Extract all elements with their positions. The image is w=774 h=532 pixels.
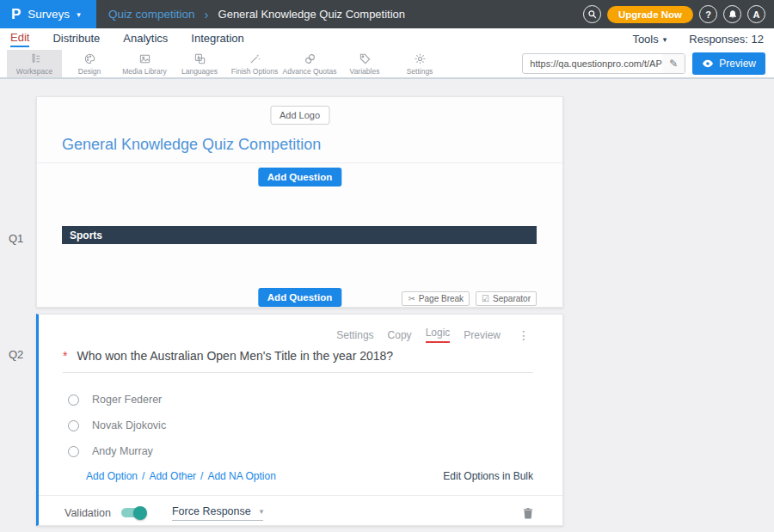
option-row: Novak Djokovic [68, 413, 166, 438]
toolbar-item-label: Workspace [16, 67, 52, 76]
validation-toggle[interactable] [121, 508, 144, 517]
survey-url-box: ✎ [522, 53, 685, 74]
help-button[interactable]: ? [699, 5, 717, 23]
required-asterisk: * [63, 349, 67, 363]
question-card-q2: Settings Copy Logic Preview ⋮ * Who won … [36, 314, 563, 526]
add-question-button-top[interactable]: Add Question [258, 168, 341, 187]
radio-button[interactable] [68, 420, 79, 431]
questionpro-logo-icon: P [11, 6, 21, 23]
question-menu-copy[interactable]: Copy [388, 329, 412, 341]
tag-icon [359, 52, 372, 65]
preview-button[interactable]: Preview [692, 52, 765, 75]
page-break-button[interactable]: ✂ Page Break [402, 291, 470, 306]
validation-row: Validation Force Response ▾ [64, 501, 537, 524]
toolbar-item-languages[interactable]: Languages [172, 50, 227, 77]
preview-label: Preview [719, 58, 756, 70]
delete-question-button[interactable] [523, 507, 533, 519]
tools-menu[interactable]: Tools ▾ [632, 33, 666, 46]
tab-edit[interactable]: Edit [10, 31, 29, 47]
translate-icon [194, 52, 206, 65]
question-text[interactable]: Who won the Australian Open Men's Title … [77, 349, 393, 363]
question-number-q2: Q2 [9, 348, 23, 361]
question-mark-icon: ? [705, 9, 711, 20]
pencil-icon: ✎ [669, 58, 678, 70]
option-label[interactable]: Andy Murray [92, 445, 153, 457]
radio-button[interactable] [68, 394, 79, 406]
radio-button[interactable] [68, 446, 79, 457]
toolbar-item-settings[interactable]: Settings [392, 50, 447, 77]
toolbar-item-label: Advance Quotas [283, 67, 337, 76]
separator-button[interactable]: ☑ Separator [476, 291, 537, 306]
caret-down-icon: ▾ [77, 10, 81, 19]
question-menu-settings[interactable]: Settings [336, 329, 373, 341]
caret-down-icon: ▾ [260, 507, 264, 516]
avatar-initial: A [753, 9, 760, 20]
insert-controls: ✂ Page Break ☑ Separator [402, 291, 537, 306]
toolbar-item-label: Settings [407, 67, 433, 76]
image-icon [138, 52, 151, 65]
toolbar-item-media-library[interactable]: Media Library [117, 50, 172, 77]
eye-icon [702, 59, 714, 68]
product-menu[interactable]: P Surveys ▾ [0, 0, 96, 28]
divider [39, 495, 562, 496]
option-label[interactable]: Novak Djokovic [92, 419, 166, 431]
separator-label: Separator [493, 294, 531, 303]
question-input-underline [63, 372, 533, 373]
editor-toolbar: Workspace Design Media Library Languages… [0, 50, 774, 79]
toolbar-item-finish-options[interactable]: Finish Options [227, 50, 282, 77]
tools-label: Tools [632, 33, 658, 46]
add-logo-button[interactable]: Add Logo [270, 106, 329, 125]
edit-options-in-bulk-link[interactable]: Edit Options in Bulk [443, 470, 533, 482]
nav-right: Tools ▾ Responses: 12 [632, 33, 764, 46]
palette-icon [83, 52, 96, 65]
tab-integration[interactable]: Integration [191, 32, 243, 46]
section-header-q1[interactable]: Sports [62, 226, 537, 244]
slash-separator: / [142, 470, 144, 482]
bell-icon [728, 9, 738, 20]
tab-distribute[interactable]: Distribute [52, 32, 100, 46]
search-button[interactable] [583, 5, 601, 23]
add-question-button-bottom[interactable]: Add Question [258, 288, 341, 307]
toolbar-item-label: Design [78, 67, 101, 76]
question-menu-logic[interactable]: Logic [426, 327, 451, 343]
responses-link[interactable]: Responses: 12 [689, 33, 764, 46]
toolbar-item-advance-quotas[interactable]: Advance Quotas [282, 50, 337, 77]
toolbar-item-variables[interactable]: Variables [337, 50, 392, 77]
chevron-right-icon: › [205, 7, 209, 21]
survey-title[interactable]: General Knowledge Quiz Competition [62, 136, 321, 154]
question-menu-preview[interactable]: Preview [464, 329, 501, 341]
add-other-link[interactable]: Add Other [149, 470, 196, 482]
validation-type-value: Force Response [172, 505, 251, 517]
breadcrumb-current: General Knowledge Quiz Competition [218, 8, 406, 21]
toolbar-item-label: Languages [181, 67, 218, 76]
toolbar-item-label: Finish Options [231, 67, 278, 76]
add-na-option-link[interactable]: Add NA Option [207, 470, 275, 482]
gear-icon [414, 52, 427, 65]
more-options-icon[interactable]: ⋮ [518, 328, 530, 342]
option-links: Add Option / Add Other / Add NA Option [86, 470, 276, 482]
scissors-icon: ✂ [408, 294, 415, 303]
page-break-label: Page Break [419, 294, 464, 303]
toolbar-item-design[interactable]: Design [62, 50, 117, 77]
section-nav: Edit Distribute Analytics Integration To… [0, 28, 774, 50]
breadcrumb: Quiz competition › General Knowledge Qui… [108, 7, 405, 21]
breadcrumb-parent-link[interactable]: Quiz competition [108, 8, 195, 21]
option-label[interactable]: Roger Federer [92, 394, 162, 406]
topbar-actions: Upgrade Now ? A [583, 5, 765, 23]
edit-url-button[interactable]: ✎ [662, 53, 685, 74]
question-row: * Who won the Australian Open Men's Titl… [63, 349, 393, 363]
validation-label: Validation [64, 507, 111, 519]
avatar[interactable]: A [747, 5, 765, 23]
question-number-q1: Q1 [9, 232, 23, 245]
notifications-button[interactable] [723, 5, 741, 23]
tab-analytics[interactable]: Analytics [123, 32, 168, 46]
validation-type-dropdown[interactable]: Force Response ▾ [172, 505, 263, 521]
add-option-link[interactable]: Add Option [86, 470, 138, 482]
upgrade-button[interactable]: Upgrade Now [607, 6, 693, 23]
option-row: Andy Murray [68, 438, 166, 464]
question-menu: Settings Copy Logic Preview ⋮ [336, 327, 530, 343]
caret-down-icon: ▾ [663, 35, 667, 44]
toolbar-item-workspace[interactable]: Workspace [7, 50, 62, 77]
survey-url-input[interactable] [523, 58, 662, 69]
toolbar-right: ✎ Preview [522, 50, 774, 77]
